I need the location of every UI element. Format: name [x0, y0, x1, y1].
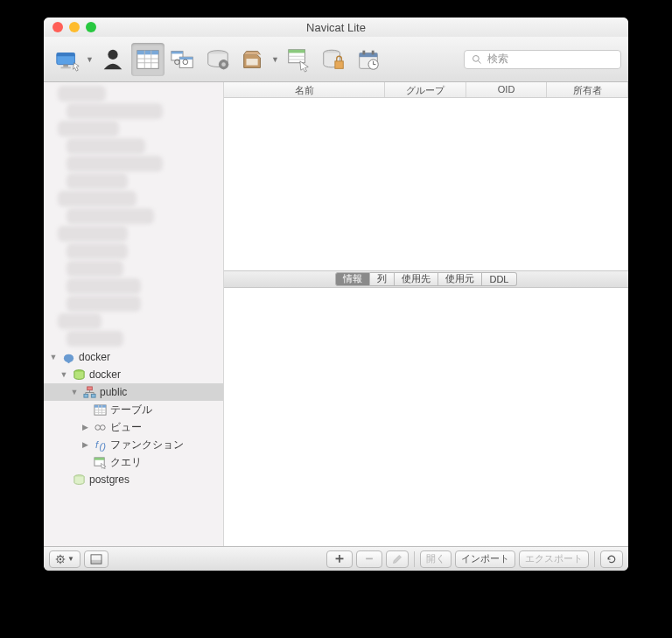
svg-rect-43: [67, 360, 69, 363]
col-group[interactable]: グループ: [385, 82, 466, 97]
toggle-panel-button[interactable]: [84, 550, 108, 568]
detail-pane: [224, 288, 628, 546]
refresh-button[interactable]: [600, 550, 623, 568]
tree-label: ファンクション: [110, 438, 184, 452]
backup-button[interactable]: [317, 43, 350, 76]
detail-tabbar: 情報 列 使用先 使用元 DDL: [224, 270, 628, 288]
connection-dropdown[interactable]: ▼: [86, 55, 94, 64]
close-window-button[interactable]: [52, 22, 63, 32]
body: ▼ docker ▼ docker ▼ public テーブル ▶: [44, 82, 628, 546]
tab-column[interactable]: 列: [370, 272, 395, 286]
svg-rect-64: [94, 457, 103, 459]
svg-rect-21: [227, 63, 228, 65]
tree-label: public: [100, 386, 127, 398]
tab-ddl[interactable]: DDL: [482, 272, 516, 286]
svg-rect-14: [179, 57, 192, 60]
tree-label: テーブル: [110, 403, 152, 417]
zoom-window-button[interactable]: [86, 22, 96, 32]
tree-label: docker: [79, 351, 110, 363]
svg-point-41: [64, 354, 67, 358]
col-name[interactable]: 名前: [224, 82, 385, 97]
search-icon: [472, 54, 482, 65]
disclosure-icon[interactable]: ▼: [70, 388, 79, 396]
table-button[interactable]: [131, 43, 164, 76]
tab-used-in[interactable]: 使用先: [395, 272, 438, 286]
window-title: Navicat Lite: [44, 21, 628, 34]
options-gear-button[interactable]: ▼: [49, 550, 80, 568]
traffic-lights: [52, 22, 96, 32]
tree-label: docker: [89, 368, 121, 381]
remove-button[interactable]: －: [356, 550, 382, 568]
svg-text:(): (): [99, 441, 106, 452]
col-owner[interactable]: 所有者: [547, 82, 628, 97]
table-icon: [93, 403, 107, 417]
svg-rect-20: [219, 63, 220, 65]
svg-rect-47: [91, 394, 95, 397]
minimize-window-button[interactable]: [69, 22, 80, 32]
database-icon: [72, 368, 86, 382]
add-button[interactable]: ＋: [326, 550, 353, 568]
schema-icon: [82, 385, 96, 399]
svg-line-73: [63, 561, 64, 562]
view-button[interactable]: [166, 43, 200, 76]
titlebar: Navicat Lite: [44, 18, 628, 37]
tree-queries[interactable]: クエリ: [44, 453, 223, 471]
app-window: Navicat Lite ▼ ▼: [44, 18, 628, 571]
svg-line-75: [63, 556, 64, 557]
svg-rect-1: [57, 53, 75, 56]
other-button[interactable]: [236, 43, 270, 76]
tree-database-docker[interactable]: ▼ docker: [44, 366, 223, 383]
tree-tables[interactable]: テーブル: [44, 401, 223, 418]
user-button[interactable]: [96, 43, 130, 76]
svg-rect-12: [172, 51, 183, 53]
tree-database-postgres[interactable]: postgres: [44, 471, 223, 488]
svg-rect-23: [223, 67, 225, 69]
connection-button[interactable]: [51, 43, 84, 76]
svg-point-42: [69, 354, 73, 358]
disclosure-icon[interactable]: ▶: [80, 423, 89, 431]
main-pane: 名前 グループ OID 所有者 情報 列 使用先 使用元 DDL: [224, 82, 628, 546]
disclosure-icon[interactable]: ▶: [80, 440, 89, 449]
sidebar: ▼ docker ▼ docker ▼ public テーブル ▶: [44, 82, 224, 546]
svg-line-72: [57, 556, 58, 557]
query-button[interactable]: [282, 43, 315, 76]
edit-button[interactable]: [386, 550, 409, 568]
tab-uses[interactable]: 使用元: [438, 272, 482, 286]
other-dropdown[interactable]: ▼: [271, 55, 280, 64]
search-field[interactable]: 検索: [464, 50, 621, 69]
svg-rect-3: [61, 67, 71, 68]
svg-rect-24: [247, 59, 258, 66]
object-list[interactable]: [224, 98, 628, 270]
col-oid[interactable]: OID: [466, 82, 548, 97]
svg-point-59: [100, 424, 105, 430]
redacted-connections: [44, 86, 223, 348]
view-icon: [93, 420, 107, 434]
svg-rect-33: [362, 50, 365, 54]
tree-connection-docker[interactable]: ▼ docker: [44, 348, 223, 366]
svg-rect-30: [335, 60, 343, 67]
segment-control: 情報 列 使用先 使用元 DDL: [335, 272, 516, 286]
disclosure-icon[interactable]: ▼: [60, 370, 68, 379]
svg-rect-32: [360, 53, 378, 57]
tree-label: ビュー: [110, 420, 142, 435]
toolbar: ▼ ▼ 検索: [44, 37, 628, 82]
export-button[interactable]: エクスポート: [519, 550, 589, 568]
column-headers: 名前 グループ OID 所有者: [224, 82, 628, 98]
schedule-button[interactable]: [352, 43, 385, 76]
tree-functions[interactable]: ▶ f() ファンクション: [44, 436, 223, 453]
svg-rect-22: [223, 60, 225, 61]
tab-info[interactable]: 情報: [335, 272, 370, 286]
tree-schema-public[interactable]: ▼ public: [44, 383, 223, 401]
function-button[interactable]: [201, 43, 234, 76]
import-button[interactable]: インポート: [455, 550, 515, 568]
svg-point-38: [473, 55, 480, 61]
tree-views[interactable]: ▶ ビュー: [44, 418, 223, 436]
disclosure-icon[interactable]: ▼: [49, 353, 58, 361]
svg-rect-45: [87, 386, 92, 389]
open-button[interactable]: 開く: [420, 550, 452, 568]
tree-label: クエリ: [110, 455, 142, 470]
elephant-icon: [61, 350, 75, 364]
svg-rect-34: [372, 50, 374, 54]
svg-point-19: [221, 62, 226, 67]
svg-rect-6: [137, 50, 158, 54]
